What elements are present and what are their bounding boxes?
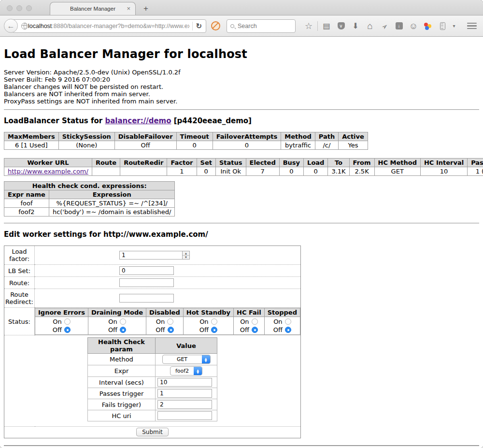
load-factor-stepper[interactable]: ▲▼ [119,251,190,260]
col-header: Passes [468,159,483,167]
table-row: foof %{REQUEST_STATUS} =~ /^[234]/ [4,199,175,208]
search-bar[interactable] [227,19,296,33]
table-cell [92,167,120,176]
pocket-icon[interactable]: ∨ [337,22,345,30]
home-icon[interactable]: ⌂ [366,22,374,30]
tab-balancer-manager[interactable]: Balancer Manager × [50,2,136,15]
worker-url-link[interactable]: http://www.example.com/ [8,168,88,175]
fails-input[interactable] [157,400,212,409]
col-header: Expression [49,190,175,199]
new-tab-button[interactable]: + [143,2,148,15]
submit-button[interactable]: Submit [136,428,169,436]
url-bar[interactable]: localhost:8880/balancer-manager?b=demo&w… [12,19,206,33]
on-label: On [273,318,282,325]
content-blocked-icon[interactable] [211,21,220,30]
hc-fail-on-radio[interactable] [252,318,258,325]
reload-icon[interactable]: ↻ [196,22,204,30]
table-cell: 6 [1 Used] [4,141,59,150]
balancer-status-table: MaxMembers StickySession DisableFailover… [4,132,368,150]
col-header: Path [315,132,338,141]
passes-input[interactable] [157,389,212,398]
search-input[interactable] [238,23,286,29]
col-header: StickySession [58,132,114,141]
hc-uri-input[interactable] [157,411,212,420]
divider [4,223,479,224]
stopped-off-radio[interactable] [285,327,291,333]
container-tab-icon[interactable] [438,22,447,30]
save-page-icon[interactable]: ↓ [395,22,403,30]
hc-row-passes: Passes trigger [88,388,217,399]
form-row-health-check: Health Check param Value Method GET▲▼ Ex… [4,335,301,427]
stopped-on-radio[interactable] [285,318,291,325]
col-header: Elected [246,159,279,167]
hc-row-expr: Expr foof2▲▼ [88,365,217,377]
ignore-errors-off-radio[interactable] [64,327,71,333]
off-label: Off [240,326,249,333]
disabled-on-radio[interactable] [167,318,173,325]
status-cell-hc-fail: On Off [234,317,265,335]
route-input[interactable] [119,278,174,287]
col-header: Draining Mode [88,308,146,317]
bookmark-star-icon[interactable]: ☆ [304,22,313,30]
form-row-route-redirect: Route Redirect: [4,289,301,308]
health-check-table: Health Check param Value Method GET▲▼ Ex… [87,337,217,421]
col-header: HC Interval [420,159,467,167]
table-header-row: Health Check param Value [88,338,217,354]
method-select[interactable]: GET▲▼ [162,355,211,364]
hot-standby-off-radio[interactable] [211,327,217,333]
on-label: On [108,318,117,325]
route-redirect-input[interactable] [119,294,174,303]
downloads-icon[interactable]: ⬇ [351,22,360,30]
chevron-down-icon[interactable]: ▾ [450,22,458,30]
table-cell: Yes [339,141,368,150]
form-row-route: Route: [4,277,301,289]
table-cell: 0 [304,167,328,176]
table-cell: 1 [167,167,197,176]
draining-mode-on-radio[interactable] [120,318,126,325]
number-spinner-icon[interactable]: ▲▼ [182,251,190,260]
col-header: Factor [167,159,197,167]
browser-window: Balancer Manager × + ← localhost:8880/ba… [0,0,483,448]
draining-mode-off-radio[interactable] [120,327,126,333]
hc-fail-off-radio[interactable] [252,327,258,333]
off-label: Off [273,326,283,333]
status-cell-draining-mode: On Off [88,317,146,335]
table-cell: 0 [213,141,281,150]
hc-row-method: Method GET▲▼ [88,354,217,365]
url-text: localhost:8880/balancer-manager?b=demo&w… [28,23,189,29]
edit-worker-heading: Edit worker settings for http://www.exam… [4,230,479,239]
interval-input[interactable] [157,378,212,387]
extension-dots-icon[interactable] [424,22,432,30]
zoom-window-button[interactable] [26,5,32,11]
menu-hamburger-icon[interactable] [467,23,477,29]
ignore-errors-on-radio[interactable] [64,318,71,325]
balancer-demo-link[interactable]: balancer://demo [105,116,171,125]
divider [4,445,479,446]
hc-expressions-table: Health check cond. expressions: Expr nam… [4,181,175,217]
hc-row-hc-uri: HC uri [88,410,217,421]
feedback-smiley-icon[interactable]: ☺ [409,22,418,30]
table-header-row: Ignore Errors Draining Mode Disabled Hot… [35,308,300,317]
passes-label: Passes trigger [88,388,156,399]
table-header-row: Worker URL Route RouteRedir Factor Set S… [4,159,483,167]
on-label: On [156,318,165,325]
tab-close-icon[interactable]: × [127,5,130,12]
method-label: Method [88,354,156,365]
tab-title: Balancer Manager [70,6,115,12]
load-factor-input[interactable] [119,251,182,260]
send-tab-icon[interactable]: ➢ [378,20,390,32]
window-controls[interactable] [7,5,32,11]
close-window-button[interactable] [7,5,13,11]
expr-select[interactable]: foof2▲▼ [170,366,202,376]
col-header: From [349,159,374,167]
reading-list-icon[interactable]: ▤ [322,22,331,30]
disabled-off-radio[interactable] [168,327,174,333]
table-cell: 0 [197,167,215,176]
col-header: Active [339,132,368,141]
fails-label: Fails trigger) [88,399,156,410]
lb-set-input[interactable] [119,266,174,275]
back-button[interactable]: ← [4,19,18,33]
hot-standby-on-radio[interactable] [211,318,217,325]
minimize-window-button[interactable] [16,5,22,11]
hc-row-fails: Fails trigger) [88,399,217,410]
